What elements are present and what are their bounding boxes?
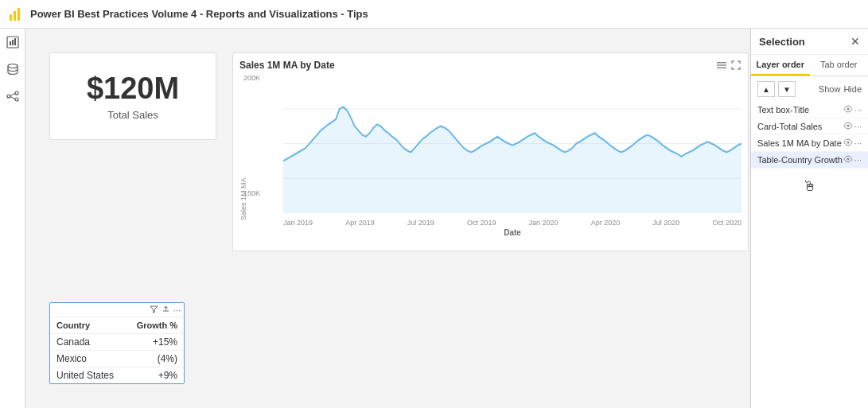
col-country: Country	[50, 317, 126, 334]
x-label-oct19: Oct 2019	[467, 219, 496, 227]
layer-item-icons-3: ···	[843, 138, 862, 148]
kpi-label: Total Sales	[107, 109, 158, 121]
svg-point-8	[7, 95, 10, 98]
filter-icon[interactable]	[150, 305, 158, 315]
kpi-card: $120M Total Sales	[49, 52, 216, 140]
y-axis-title: Sales 1M MA	[239, 125, 247, 220]
svg-point-23	[847, 158, 849, 161]
model-icon[interactable]	[6, 89, 20, 103]
data-icon[interactable]	[6, 62, 20, 76]
svg-marker-19	[283, 107, 741, 213]
layer-item-icons-4: ···	[843, 155, 862, 165]
svg-point-10	[15, 98, 18, 101]
more-options-icon-3[interactable]: ···	[854, 138, 862, 148]
tab-layer-order[interactable]: Layer order	[751, 55, 810, 76]
svg-point-21	[847, 125, 849, 127]
y-label-200k: 200K	[243, 74, 260, 82]
svg-rect-2	[18, 8, 20, 21]
title-bar: Power BI Best Practices Volume 4 - Repor…	[0, 0, 868, 29]
more-icon[interactable]: ···	[173, 305, 181, 315]
svg-point-9	[15, 91, 18, 95]
more-options-icon-4[interactable]: ···	[854, 155, 862, 165]
move-up-button[interactable]: ▲	[757, 81, 775, 97]
table-row: Canada +15%	[50, 334, 184, 351]
visibility-icon[interactable]	[843, 105, 853, 115]
visibility-icon-4[interactable]	[843, 155, 853, 165]
more-options-icon[interactable]: ···	[854, 105, 862, 115]
layer-name-chart: Sales 1M MA by Date	[757, 138, 843, 148]
svg-rect-6	[14, 38, 16, 45]
x-axis-title: Date	[283, 228, 741, 237]
move-controls: ▲ ▼ Show Hide	[751, 76, 868, 102]
x-label-jan19: Jan 2019	[283, 219, 313, 227]
layer-name-card: Card-Total Sales	[757, 122, 843, 131]
layer-item-icons: ···	[843, 105, 862, 115]
country-growth-table: Country Growth % Canada +15% Mexico (4%)…	[50, 317, 184, 383]
layer-item-card[interactable]: Card-Total Sales ···	[751, 119, 868, 135]
show-label[interactable]: Show	[819, 84, 841, 94]
visibility-icon-2[interactable]	[843, 122, 853, 131]
x-label-jan20: Jan 2020	[529, 219, 559, 227]
table-toolbar: ···	[50, 303, 184, 317]
visibility-icon-3[interactable]	[843, 138, 853, 148]
layer-item-chart[interactable]: Sales 1M MA by Date ···	[751, 135, 868, 152]
svg-point-22	[847, 142, 849, 144]
layer-item-table[interactable]: Table-Country Growth ···	[751, 152, 868, 169]
svg-rect-14	[717, 64, 726, 66]
main-container: $120M Total Sales Sales 1M MA by Date 20…	[0, 29, 868, 408]
svg-rect-15	[717, 68, 726, 69]
svg-line-11	[10, 94, 15, 96]
chart-wrapper: 200K 150K Jan 2019 Apr 2019 Jul 2019	[283, 74, 741, 213]
selection-tabs: Layer order Tab order	[751, 55, 868, 76]
x-label-jul20: Jul 2020	[652, 219, 679, 227]
powerbi-logo-icon	[8, 6, 24, 22]
more-options-icon-2[interactable]: ···	[854, 122, 862, 131]
canvas-area: $120M Total Sales Sales 1M MA by Date 20…	[25, 29, 868, 408]
page-title: Power BI Best Practices Volume 4 - Repor…	[30, 8, 368, 20]
report-icon[interactable]	[6, 35, 20, 49]
pointer-cursor-icon: 🖱	[803, 178, 817, 194]
cell-growth-2: (4%)	[126, 351, 184, 367]
x-label-apr20: Apr 2020	[591, 219, 621, 227]
svg-rect-13	[717, 62, 726, 64]
layer-item-icons-2: ···	[843, 122, 862, 131]
hide-label[interactable]: Hide	[843, 84, 862, 94]
tab-tab-order[interactable]: Tab order	[810, 55, 869, 76]
move-down-button[interactable]: ▼	[778, 81, 796, 97]
x-axis-labels: Jan 2019 Apr 2019 Jul 2019 Oct 2019 Jan …	[283, 219, 741, 227]
cell-country-2: Mexico	[50, 351, 126, 367]
chart-more-icon[interactable]	[716, 60, 727, 73]
left-sidebar	[0, 29, 25, 408]
svg-rect-1	[14, 11, 16, 21]
cell-country-1: Canada	[50, 334, 126, 351]
svg-rect-0	[10, 14, 12, 21]
svg-line-12	[10, 97, 15, 99]
cell-growth-3: +9%	[126, 367, 184, 384]
table-card: ··· Country Growth % Canada +15% Mexico	[49, 302, 185, 384]
show-hide-controls: Show Hide	[819, 84, 862, 94]
close-icon[interactable]: ✕	[850, 35, 860, 48]
chart-title: Sales 1M MA by Date	[239, 60, 741, 71]
cursor-indicator: 🖱	[751, 178, 868, 195]
move-buttons: ▲ ▼	[757, 81, 796, 97]
cell-country-3: United States	[50, 367, 126, 384]
chart-focus-icon[interactable]	[730, 60, 741, 73]
layer-item-textbox[interactable]: Text box-Title ···	[751, 102, 868, 119]
selection-header: Selection ✕	[751, 29, 868, 55]
layer-name-textbox: Text box-Title	[757, 105, 843, 115]
line-chart-svg	[283, 74, 741, 213]
col-growth: Growth %	[126, 317, 184, 334]
x-label-jul19: Jul 2019	[407, 219, 434, 227]
chart-card: Sales 1M MA by Date 200K 150K	[232, 52, 749, 251]
export-icon[interactable]	[162, 305, 170, 315]
selection-panel: Selection ✕ Layer order Tab order ▲ ▼ Sh…	[750, 29, 868, 408]
svg-rect-5	[12, 40, 14, 45]
selection-title: Selection	[759, 36, 805, 48]
chart-toolbar	[716, 60, 741, 73]
cell-growth-1: +15%	[126, 334, 184, 351]
svg-rect-4	[10, 41, 11, 45]
svg-point-7	[8, 64, 18, 68]
x-label-oct20: Oct 2020	[712, 219, 741, 227]
layer-name-table: Table-Country Growth	[757, 155, 843, 165]
table-row: United States +9%	[50, 367, 184, 384]
